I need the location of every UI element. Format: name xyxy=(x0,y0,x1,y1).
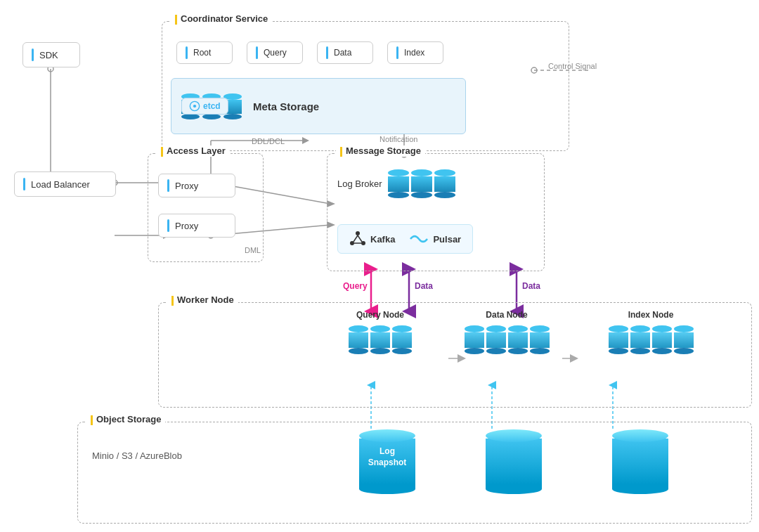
notification-label: Notification xyxy=(379,135,417,143)
coordinator-label: Coordinator Service xyxy=(171,13,272,25)
root-box: Root xyxy=(176,41,233,64)
log-broker-db2 xyxy=(411,169,432,198)
data-arrow2-label: Data xyxy=(522,281,540,291)
log-snapshot-cylinder: LogSnapshot xyxy=(359,429,415,494)
query-db1 xyxy=(349,325,368,354)
pulsar-label: Pulsar xyxy=(433,234,461,245)
query-node-title: Query Node xyxy=(335,310,426,320)
coordinator-section: Coordinator Service Root Query Data Inde… xyxy=(162,21,569,151)
query-db3 xyxy=(392,325,412,354)
svg-point-41 xyxy=(356,231,360,235)
access-layer-label: Access Layer xyxy=(157,145,230,157)
query-db2 xyxy=(370,325,390,354)
log-snapshot-label: LogSnapshot xyxy=(368,446,407,468)
query-coord-box: Query xyxy=(247,41,303,64)
index-file-cylinder: IndexFile xyxy=(612,429,668,494)
diagram-container: SDK Load Balancer Coordinator Service Ro… xyxy=(0,0,759,532)
proxy1-box: Proxy xyxy=(158,174,235,197)
data-db2 xyxy=(486,325,506,354)
pulsar-icon xyxy=(409,232,429,246)
log-broker-db3 xyxy=(434,169,455,198)
delta-file-cylinder: DeltaFile xyxy=(486,429,542,494)
etcd-label: etcd xyxy=(203,101,221,111)
data-arrow1-label: Data xyxy=(415,281,433,291)
svg-line-44 xyxy=(353,235,358,242)
data-db4 xyxy=(530,325,550,354)
kafka-label: Kafka xyxy=(370,234,395,245)
index-db3 xyxy=(652,325,672,354)
data-db1 xyxy=(465,325,484,354)
log-broker-db1 xyxy=(388,169,409,198)
index-node-title: Index Node xyxy=(602,310,700,320)
kafka-icon xyxy=(349,231,366,247)
index-db2 xyxy=(630,325,650,354)
worker-node-label: Worker Node xyxy=(167,294,238,306)
dml-label: DML xyxy=(245,246,261,254)
svg-line-45 xyxy=(358,235,362,242)
log-broker-label: Log Broker xyxy=(337,179,382,189)
load-balancer-box: Load Balancer xyxy=(14,171,116,197)
index-db4 xyxy=(674,325,694,354)
ddl-dcl-label: DDL/DCL xyxy=(252,137,285,145)
etcd-badge: etcd xyxy=(181,98,228,115)
svg-point-40 xyxy=(193,105,196,108)
object-storage-label: Object Storage xyxy=(86,414,165,425)
sdk-label: SDK xyxy=(39,50,58,60)
data-coord-box: Data xyxy=(317,41,373,64)
index-coord-box: Index xyxy=(387,41,443,64)
load-balancer-label: Load Balancer xyxy=(31,179,90,190)
data-node-title: Data Node xyxy=(458,310,556,320)
minio-label: Minio / S3 / AzureBlob xyxy=(92,450,182,461)
control-signal-label: Control Signal xyxy=(548,62,597,70)
index-db1 xyxy=(609,325,628,354)
meta-storage-label: Meta Storage xyxy=(253,100,455,112)
message-storage-label: Message Storage xyxy=(336,145,425,157)
query-arrow-label: Query xyxy=(343,281,368,291)
message-storage-section: Message Storage Log Broker xyxy=(327,153,545,271)
data-db3 xyxy=(508,325,528,354)
proxy2-box: Proxy xyxy=(158,214,235,238)
meta-storage-box: Meta Storage etcd xyxy=(171,78,466,134)
worker-node-section: Worker Node Query Node xyxy=(158,302,752,408)
object-storage-section: Object Storage Minio / S3 / AzureBlob Lo… xyxy=(77,422,752,524)
sdk-box: SDK xyxy=(22,42,80,67)
